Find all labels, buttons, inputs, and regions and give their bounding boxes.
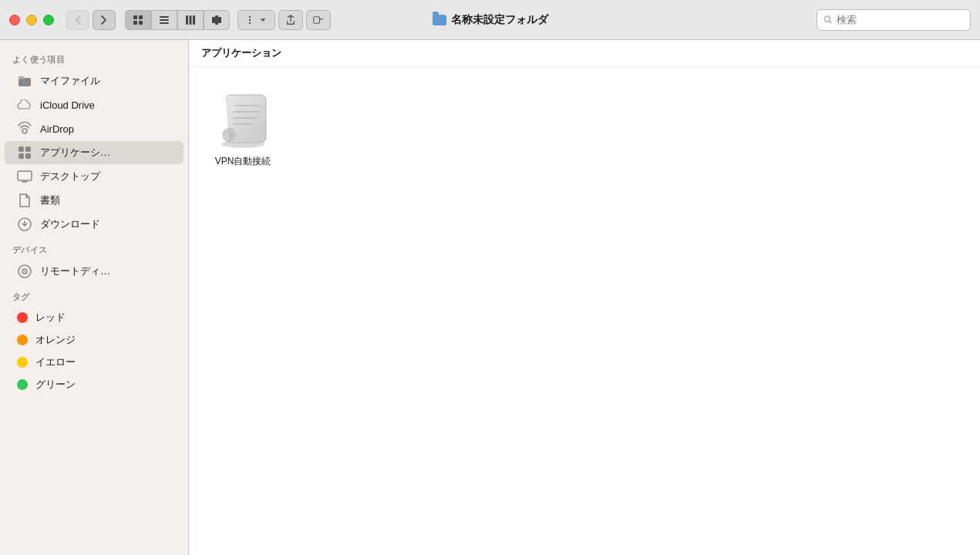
tag-button[interactable] <box>306 10 331 30</box>
svg-rect-4 <box>160 16 169 18</box>
content-header: アプリケーション <box>189 40 980 67</box>
svg-rect-1 <box>139 15 143 19</box>
title-bar: 名称未設定フォルダ <box>0 0 980 40</box>
tags-section-title: タグ <box>0 284 188 306</box>
documents-icon <box>17 193 32 208</box>
sidebar-item-downloads[interactable]: ダウンロード <box>5 213 184 236</box>
vpn-file-icon <box>212 89 274 150</box>
sidebar-item-label: iCloud Drive <box>40 99 95 111</box>
airdrop-icon <box>17 121 32 136</box>
view-mode-group <box>125 10 230 30</box>
downloads-icon <box>17 217 32 232</box>
svg-point-13 <box>249 15 251 17</box>
sidebar-item-label: デスクトップ <box>40 170 100 183</box>
svg-point-15 <box>249 22 251 23</box>
sidebar-item-icloud-drive[interactable]: iCloud Drive <box>5 93 184 116</box>
svg-rect-11 <box>215 15 218 25</box>
svg-rect-24 <box>25 153 31 159</box>
tag-color-yellow <box>17 357 28 368</box>
tag-color-green <box>17 379 28 390</box>
svg-rect-6 <box>160 22 169 24</box>
sidebar-item-airdrop[interactable]: AirDrop <box>5 117 184 140</box>
svg-rect-3 <box>139 21 143 25</box>
icon-view-button[interactable] <box>125 10 151 30</box>
devices-section-title: デバイス <box>0 237 188 259</box>
file-item-label: VPN自動接続 <box>215 155 271 168</box>
svg-rect-9 <box>193 15 195 25</box>
nav-toolbar <box>66 10 331 30</box>
back-button[interactable] <box>66 10 89 30</box>
svg-rect-25 <box>18 171 32 180</box>
file-item-vpn[interactable]: VPN自動接続 <box>204 82 281 174</box>
traffic-lights <box>9 15 54 25</box>
svg-rect-0 <box>133 15 137 19</box>
desktop-icon <box>17 169 32 184</box>
sidebar-item-label: ダウンロード <box>40 217 100 231</box>
sidebar-item-label: グリーン <box>35 378 76 392</box>
applications-icon <box>17 145 32 160</box>
content-body: VPN自動接続 <box>189 67 980 190</box>
list-view-button[interactable] <box>151 10 177 30</box>
folder-icon <box>433 15 446 25</box>
svg-rect-8 <box>190 15 192 25</box>
sidebar-item-label: マイファイル <box>40 74 100 88</box>
svg-point-29 <box>24 271 25 272</box>
svg-rect-7 <box>186 15 188 25</box>
svg-rect-16 <box>314 16 320 22</box>
sidebar-item-applications[interactable]: アプリケーシ… <box>5 141 184 164</box>
search-icon <box>823 15 833 25</box>
svg-rect-10 <box>212 17 215 23</box>
sidebar-item-label: AirDrop <box>40 123 74 135</box>
content-area: アプリケーション <box>189 40 980 555</box>
sidebar-item-desktop[interactable]: デスクトップ <box>5 165 184 188</box>
svg-rect-5 <box>160 19 169 21</box>
sidebar-item-label: レッド <box>35 311 66 325</box>
close-button[interactable] <box>9 15 20 25</box>
svg-rect-12 <box>218 17 221 23</box>
my-files-icon <box>17 73 32 89</box>
sidebar-item-documents[interactable]: 書類 <box>5 189 184 212</box>
sidebar-item-remote-disc[interactable]: リモートディ… <box>5 260 184 283</box>
sidebar-item-label: アプリケーシ… <box>40 146 110 160</box>
maximize-button[interactable] <box>43 15 54 25</box>
search-bar[interactable] <box>817 9 971 31</box>
main-content: よく使う項目 マイファイル iCloud Drive <box>0 40 980 555</box>
sidebar-item-label: リモートディ… <box>40 264 110 278</box>
svg-rect-2 <box>133 21 137 25</box>
share-button[interactable] <box>278 10 303 30</box>
svg-rect-22 <box>25 146 31 152</box>
svg-rect-21 <box>19 146 24 152</box>
sidebar-item-tag-red[interactable]: レッド <box>5 307 184 328</box>
icloud-icon <box>17 97 32 113</box>
disc-icon <box>17 264 32 279</box>
favorites-section-title: よく使う項目 <box>0 46 188 69</box>
svg-point-14 <box>249 18 251 20</box>
cover-view-button[interactable] <box>204 10 230 30</box>
sidebar-item-tag-green[interactable]: グリーン <box>5 374 184 395</box>
sidebar-item-label: 書類 <box>40 193 60 207</box>
search-input[interactable] <box>837 14 964 25</box>
tag-color-orange <box>17 335 28 345</box>
sidebar-item-tag-yellow[interactable]: イエロー <box>5 352 184 373</box>
forward-button[interactable] <box>93 10 116 30</box>
tag-color-red <box>17 312 28 323</box>
window-title: 名称未設定フォルダ <box>433 13 548 27</box>
sidebar-item-tag-orange[interactable]: オレンジ <box>5 329 184 351</box>
action-dropdown-button[interactable] <box>237 10 275 30</box>
sidebar-item-my-files[interactable]: マイファイル <box>5 69 184 92</box>
minimize-button[interactable] <box>26 15 37 25</box>
svg-rect-19 <box>19 76 24 79</box>
svg-point-20 <box>22 129 27 133</box>
column-view-button[interactable] <box>177 10 204 30</box>
sidebar-item-label: イエロー <box>35 355 76 369</box>
sidebar: よく使う項目 マイファイル iCloud Drive <box>0 40 189 555</box>
sidebar-item-label: オレンジ <box>35 333 76 347</box>
svg-rect-23 <box>19 153 24 159</box>
